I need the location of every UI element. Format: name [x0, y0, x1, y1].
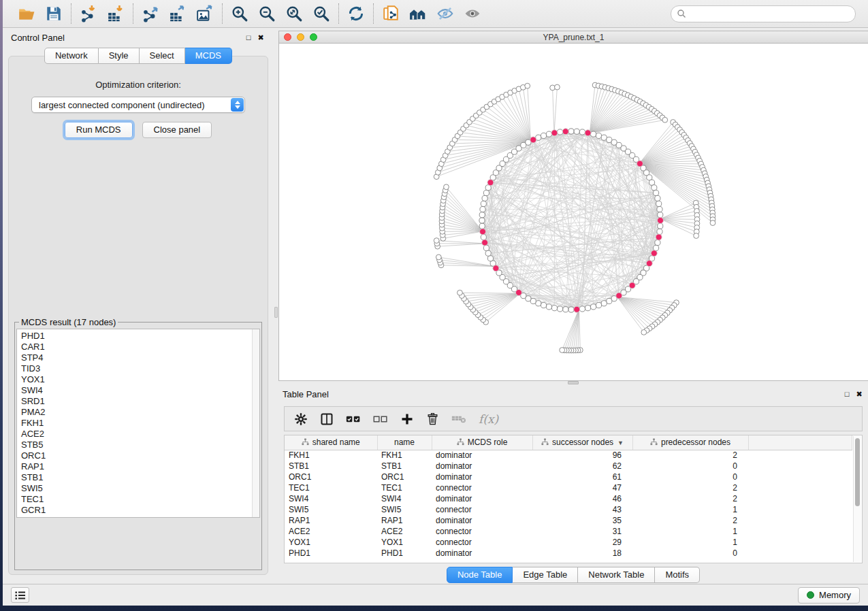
- table-row-SWI5[interactable]: SWI5SWI5connector431: [285, 504, 852, 515]
- add-column-icon[interactable]: [400, 410, 414, 428]
- result-node[interactable]: STP4: [17, 352, 259, 363]
- control-panel: Control Panel □ ✖ NetworkStyleSelectMCDS…: [3, 28, 274, 584]
- tab-node-table[interactable]: Node Table: [447, 567, 513, 583]
- result-node[interactable]: YOX1: [17, 374, 259, 385]
- optimization-criterion-select[interactable]: largest connected component (undirected): [31, 97, 245, 113]
- deselect-all-rows-icon[interactable]: [373, 410, 388, 428]
- tab-motifs[interactable]: Motifs: [655, 567, 700, 583]
- show-all-icon[interactable]: [462, 3, 483, 24]
- zoom-selected-icon[interactable]: [311, 3, 332, 24]
- toggle-columns-icon[interactable]: [320, 410, 334, 428]
- table-scrollbar[interactable]: [853, 436, 861, 562]
- cell-mcds_role: dominator: [432, 493, 532, 504]
- close-panel-icon[interactable]: ✖: [255, 32, 267, 43]
- tab-edge-table[interactable]: Edge Table: [513, 567, 578, 583]
- zoom-out-icon[interactable]: [257, 3, 277, 24]
- result-node[interactable]: ACE2: [17, 429, 259, 440]
- table-row-FKH1[interactable]: FKH1FKH1dominator962: [285, 450, 852, 461]
- column-header-predecessor_nodes[interactable]: predecessor nodes: [632, 435, 748, 450]
- result-node[interactable]: TEC1: [17, 494, 259, 505]
- memory-button[interactable]: Memory: [798, 587, 860, 604]
- zoom-in-icon[interactable]: [229, 3, 250, 24]
- search-field[interactable]: [671, 5, 856, 22]
- table-row-PHD1[interactable]: PHD1PHD1dominator180: [285, 548, 852, 559]
- delete-columns-icon[interactable]: [426, 410, 439, 428]
- result-node[interactable]: PMA2: [17, 407, 259, 418]
- cell-successor_nodes: 62: [532, 461, 632, 472]
- table-panel: Table Panel □ ✖: [278, 384, 868, 584]
- network-canvas[interactable]: [279, 44, 868, 380]
- result-node[interactable]: SWI5: [17, 483, 259, 494]
- window-close-icon[interactable]: [284, 33, 291, 41]
- table-row-ORC1[interactable]: ORC1ORC1dominator610: [285, 472, 852, 482]
- splitter-handle[interactable]: [568, 381, 579, 384]
- first-neighbors-icon[interactable]: [408, 3, 428, 24]
- result-node[interactable]: STB5: [17, 440, 259, 450]
- horizontal-splitter[interactable]: [278, 381, 868, 384]
- save-session-icon[interactable]: [44, 3, 64, 24]
- window-maximize-icon[interactable]: [310, 33, 317, 41]
- tab-select[interactable]: Select: [140, 48, 185, 64]
- table-row-YOX1[interactable]: YOX1YOX1connector291: [285, 537, 852, 548]
- result-node[interactable]: TID3: [17, 363, 259, 374]
- table-row-RAP1[interactable]: RAP1RAP1dominator352: [285, 515, 852, 526]
- table-scrollbar-thumb[interactable]: [855, 438, 860, 506]
- cell-shared_name: RAP1: [285, 515, 377, 526]
- column-header-shared_name[interactable]: shared name: [285, 435, 377, 450]
- search-input[interactable]: [690, 9, 850, 18]
- result-node[interactable]: FKH1: [17, 418, 259, 429]
- duplicate-network-icon[interactable]: [381, 3, 401, 24]
- cell-mcds_role: dominator: [432, 461, 532, 472]
- network-window-titlebar: YPA_prune.txt_1: [279, 31, 868, 44]
- task-history-button[interactable]: [11, 587, 29, 603]
- table-row-ACE2[interactable]: ACE2ACE2connector311: [285, 526, 852, 537]
- import-table-icon[interactable]: [106, 3, 126, 24]
- export-network-icon[interactable]: [140, 3, 161, 24]
- refresh-view-icon[interactable]: [346, 3, 366, 24]
- network-window: YPA_prune.txt_1: [278, 31, 868, 381]
- cell-shared_name: YOX1: [285, 537, 377, 548]
- table-row-TEC1[interactable]: TEC1TEC1connector472: [285, 482, 852, 493]
- table-row-SWI4[interactable]: SWI4SWI4dominator462: [285, 493, 852, 504]
- result-node[interactable]: ORC1: [17, 450, 259, 461]
- export-image-icon[interactable]: [195, 3, 215, 24]
- column-header-mcds_role[interactable]: MCDS role: [432, 435, 532, 450]
- cell-successor_nodes: 29: [532, 537, 632, 548]
- cell-name: ACE2: [377, 526, 432, 537]
- result-list-scrollbar[interactable]: [252, 329, 259, 517]
- table-settings-icon[interactable]: [294, 410, 308, 428]
- tab-mcds[interactable]: MCDS: [185, 48, 232, 64]
- result-node[interactable]: PHD1: [17, 331, 259, 342]
- splitter-handle[interactable]: [274, 307, 278, 318]
- close-panel-icon[interactable]: ✖: [853, 389, 865, 399]
- window-minimize-icon[interactable]: [297, 33, 304, 41]
- zoom-fit-icon[interactable]: [284, 3, 304, 24]
- result-node[interactable]: SRD1: [17, 396, 259, 407]
- column-header-successor_nodes[interactable]: successor nodes▼: [532, 435, 632, 450]
- result-node[interactable]: STB1: [17, 472, 259, 483]
- export-table-icon[interactable]: [167, 3, 188, 24]
- result-node[interactable]: RAP1: [17, 461, 259, 472]
- open-file-icon[interactable]: [16, 3, 37, 24]
- table-row-STB1[interactable]: STB1STB1dominator620: [285, 461, 852, 472]
- cell-shared_name: PHD1: [285, 548, 377, 559]
- float-panel-icon[interactable]: □: [242, 32, 255, 43]
- tab-network[interactable]: Network: [44, 48, 99, 64]
- run-mcds-button[interactable]: Run MCDS: [65, 122, 133, 138]
- table-toolbar: f(x): [284, 406, 863, 431]
- vertical-splitter[interactable]: [274, 28, 278, 584]
- column-header-name[interactable]: name: [377, 435, 432, 450]
- result-node[interactable]: GCR1: [17, 505, 259, 516]
- hide-selected-icon[interactable]: [435, 3, 455, 24]
- result-node[interactable]: CAR1: [17, 342, 259, 352]
- tab-style[interactable]: Style: [99, 48, 140, 64]
- result-node[interactable]: SWI4: [17, 385, 259, 396]
- list-icon: [15, 591, 26, 600]
- close-panel-button[interactable]: Close panel: [142, 122, 212, 138]
- select-all-rows-icon[interactable]: [346, 410, 361, 428]
- delete-table-icon[interactable]: [451, 410, 466, 428]
- tab-network-table[interactable]: Network Table: [578, 567, 655, 583]
- float-panel-icon[interactable]: □: [841, 389, 853, 399]
- network-window-title: YPA_prune.txt_1: [543, 33, 605, 42]
- import-network-icon[interactable]: [78, 3, 99, 24]
